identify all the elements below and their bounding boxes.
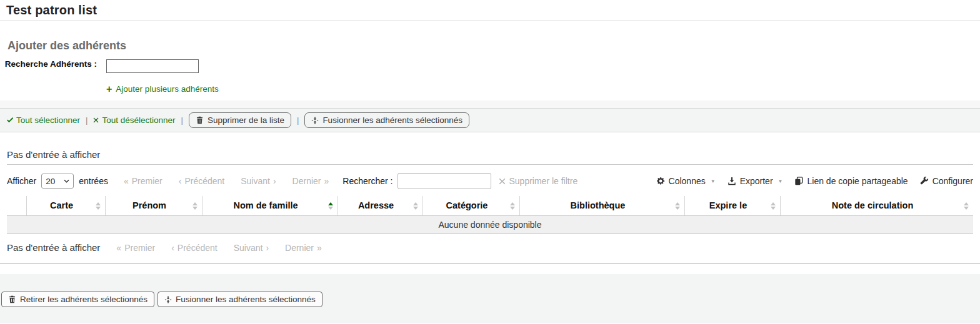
sort-icon [510, 202, 515, 210]
pagination-next-button[interactable]: Suivant› [234, 243, 269, 253]
sort-icon [413, 202, 418, 210]
table-header-row: Carte Prénom Nom de famille Adresse Caté… [7, 196, 973, 215]
page-title: Test patron list [6, 3, 97, 17]
chevron-left-icon: ‹ [171, 243, 174, 253]
merge-selected-patrons-button[interactable]: Fusionner les adhérents sélectionnés [158, 292, 322, 307]
sort-icon [675, 202, 680, 210]
columns-button[interactable]: Colonnes ▼ [656, 176, 716, 186]
pagination-first-button[interactable]: «Premier [116, 243, 155, 253]
caret-down-icon: ▼ [778, 179, 783, 184]
sort-asc-icon [328, 202, 333, 210]
table-footer-info: Pas d'entrée à afficher «Premier ‹Précéd… [7, 242, 973, 253]
sort-icon [771, 202, 776, 210]
x-icon [93, 117, 99, 123]
clear-filter-button[interactable]: Supprimer le filtre [499, 176, 578, 186]
entries-label: entrées [79, 176, 108, 186]
pagination-previous-button[interactable]: ‹Précédent [179, 176, 225, 186]
column-header-expire-le[interactable]: Expire le [685, 196, 781, 215]
pagination-bottom: «Premier ‹Précédent Suivant› Dernier» [116, 243, 321, 253]
pagination-next-button[interactable]: Suivant› [241, 176, 276, 186]
column-header-nom-de-famille[interactable]: Nom de famille [202, 196, 338, 215]
add-patrons-heading: Ajouter des adhérents [8, 39, 980, 52]
toolbar-separator: | [297, 115, 299, 125]
x-icon [499, 178, 506, 185]
select-all-link[interactable]: Tout sélectionner [6, 115, 80, 125]
double-chevron-left-icon: « [116, 243, 121, 253]
check-icon [6, 117, 13, 124]
plus-icon: + [106, 86, 112, 93]
empty-table-row: Aucune donnée disponible [7, 215, 973, 234]
entries-info-top: Pas d'entrée à afficher [7, 132, 973, 160]
section-gap [0, 101, 980, 108]
add-patrons-section: Ajouter des adhérents Recherche Adhérent… [0, 21, 980, 101]
pagination-top: «Premier ‹Précédent Suivant› Dernier» [124, 176, 329, 186]
table-controls: Afficher 20 entrées «Premier ‹Précédent … [7, 173, 973, 189]
toolbar-separator: | [86, 115, 88, 125]
column-header-prenom[interactable]: Prénom [106, 196, 202, 215]
copy-icon [794, 177, 803, 185]
gear-icon [656, 177, 665, 185]
remove-selected-patrons-button[interactable]: Retirer les adhérents sélectionnés [1, 292, 154, 307]
add-multiple-patrons-link[interactable]: Ajouter plusieurs adhérents [116, 84, 218, 94]
pagination-last-button[interactable]: Dernier» [285, 243, 322, 253]
column-header-carte[interactable]: Carte [27, 196, 106, 215]
copy-shareable-link-button[interactable]: Lien de copie partageable [794, 176, 908, 186]
column-header-adresse[interactable]: Adresse [338, 196, 423, 215]
patron-list-page: Test patron list Ajouter des adhérents R… [0, 0, 980, 324]
trash-icon [196, 116, 204, 124]
column-header-bibliotheque[interactable]: Bibliothèque [520, 196, 685, 215]
divider [7, 164, 973, 165]
search-label: Rechercher : [342, 176, 392, 186]
action-footer: Retirer les adhérents sélectionnés Fusio… [0, 274, 980, 323]
sort-icon [96, 202, 101, 210]
patron-table-section: Pas d'entrée à afficher Afficher 20 entr… [0, 132, 980, 264]
chevron-right-icon: › [266, 243, 269, 253]
patron-search-label: Recherche Adhérents : [0, 59, 97, 73]
remove-from-list-button[interactable]: Supprimer de la liste [189, 112, 291, 128]
empty-table-message: Aucune donnée disponible [438, 220, 541, 230]
merge-icon [311, 117, 319, 124]
pagination-first-button[interactable]: «Premier [124, 176, 162, 186]
column-header-categorie[interactable]: Catégorie [423, 196, 520, 215]
download-icon [728, 177, 736, 185]
export-button[interactable]: Exporter ▼ [728, 176, 783, 186]
column-header-checkbox [7, 196, 27, 215]
pagination-previous-button[interactable]: ‹Précédent [171, 243, 218, 253]
wrench-icon [920, 177, 929, 185]
chevron-right-icon: › [273, 176, 276, 186]
double-chevron-left-icon: « [124, 176, 129, 186]
double-chevron-right-icon: » [317, 243, 322, 253]
column-header-note-de-circulation[interactable]: Note de circulation [781, 196, 973, 215]
sort-icon [192, 202, 198, 210]
table-tools: Colonnes ▼ Exporter ▼ Lien de copie part… [656, 176, 973, 186]
chevron-down-icon [64, 179, 69, 183]
section-gap [0, 264, 980, 274]
trash-icon [8, 295, 16, 303]
double-chevron-right-icon: » [324, 176, 329, 186]
patron-search-input[interactable] [106, 59, 199, 73]
selection-toolbar: Tout sélectionner | Tout désélectionner … [0, 108, 980, 132]
patron-table: Carte Prénom Nom de famille Adresse Caté… [7, 196, 973, 234]
merge-icon [164, 296, 172, 303]
show-label: Afficher [7, 176, 36, 186]
deselect-all-link[interactable]: Tout désélectionner [93, 115, 175, 125]
table-search-input[interactable] [398, 173, 491, 189]
merge-selected-button[interactable]: Fusionner les adhérents sélectionnés [304, 112, 469, 128]
toolbar-separator: | [181, 115, 183, 125]
chevron-left-icon: ‹ [179, 176, 182, 186]
entries-info-bottom: Pas d'entrée à afficher [7, 242, 100, 253]
title-bar: Test patron list [0, 0, 980, 21]
page-length-select[interactable]: 20 [41, 174, 74, 189]
pagination-last-button[interactable]: Dernier» [292, 176, 329, 186]
configure-button[interactable]: Configurer [920, 176, 973, 186]
sort-icon [964, 202, 969, 210]
caret-down-icon: ▼ [711, 179, 716, 184]
